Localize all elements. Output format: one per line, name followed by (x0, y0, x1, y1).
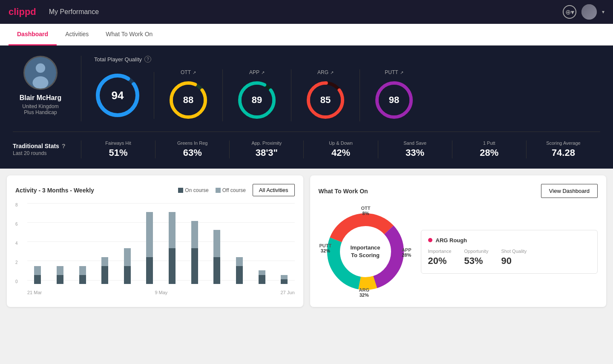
legend-on-label: On course (185, 187, 208, 193)
wtwo-panel-header: What To Work On View Dashboard (319, 184, 598, 198)
all-activities-button[interactable]: All Activities (253, 184, 295, 196)
view-dashboard-button[interactable]: View Dashboard (541, 184, 598, 198)
donut-center-line2: To Scoring (350, 252, 380, 259)
arg-circle: ARG ↗ 85 (291, 69, 360, 121)
tab-activities[interactable]: Activities (57, 24, 97, 46)
ott-seg-label: OTT 8% (361, 206, 371, 216)
x-axis-labels: 21 Mar 9 May 27 Jun (15, 290, 295, 295)
quality-circles: 94 OTT ↗ 88 (94, 69, 600, 121)
app-proximity-stat: App. Proximity 38'3" (229, 140, 303, 158)
bar-off-course (236, 257, 243, 266)
x-label-3: 27 Jun (280, 290, 294, 295)
y-label-0: 0 (15, 280, 18, 284)
avatar-dropdown-arrow: ▾ (602, 9, 604, 15)
legend-off-label: Off course (222, 187, 246, 193)
avatar-image (581, 4, 597, 20)
player-country: United Kingdom (22, 103, 58, 109)
activity-chart-header: Activity - 3 Months - Weekly On course O… (15, 184, 295, 196)
y-axis-labels: 0 2 4 6 8 (15, 203, 18, 284)
one-putt-value: 28% (480, 147, 498, 158)
bar-on-course (191, 248, 198, 284)
trad-stats-subtitle: Last 20 rounds (13, 150, 81, 156)
putt-label: PUTT ↗ (385, 69, 403, 75)
bar-group (207, 203, 227, 284)
main-quality-circle: 94 (94, 72, 154, 119)
app-label: APP ↗ (249, 69, 265, 75)
sand-save-stat: Sand Save 33% (378, 140, 452, 158)
putt-value: 98 (389, 95, 399, 106)
app-trend-icon: ↗ (261, 70, 265, 75)
y-label-8: 8 (15, 203, 18, 207)
donut-center: Importance To Scoring (350, 244, 380, 259)
bar-off-course (34, 266, 41, 275)
putt-seg-label: PUTT 32% (319, 243, 332, 253)
tab-dashboard[interactable]: Dashboard (9, 24, 57, 46)
wtwo-donut-area: Importance To Scoring OTT 8% APP 28% ARG (319, 205, 412, 298)
header-title: My Performance (49, 8, 563, 16)
bar-off-course (259, 270, 265, 275)
user-avatar-button[interactable] (581, 4, 597, 20)
opportunity-metric: Opportunity 53% (464, 249, 489, 267)
chart-content: 0 2 4 6 8 (15, 203, 295, 288)
arg-label: ARG ↗ (317, 69, 334, 75)
traditional-stats: Traditional Stats ? Last 20 rounds Fairw… (13, 132, 600, 158)
header: clippd My Performance ⊕ ▾ ▾ (0, 0, 613, 24)
detail-dot (428, 238, 432, 242)
bar-group (274, 203, 295, 284)
greens-in-reg-value: 63% (183, 147, 202, 158)
chart-header-right: On course Off course All Activities (178, 184, 294, 196)
trad-stats-label: Traditional Stats ? Last 20 rounds (13, 143, 81, 156)
bar-on-course (213, 257, 220, 284)
player-name: Blair McHarg (20, 94, 62, 102)
arg-value: 85 (320, 95, 331, 106)
putt-circle: PUTT ↗ 98 (360, 69, 428, 121)
wtwo-panel-title: What To Work On (319, 188, 368, 195)
add-button[interactable]: ⊕ ▾ (563, 5, 576, 19)
bar-on-course (169, 248, 176, 284)
quality-help-icon[interactable]: ? (144, 56, 151, 63)
what-to-work-on-panel: What To Work On View Dashboard (310, 175, 607, 307)
legend-off-course: Off course (216, 187, 246, 193)
bar-on-course (101, 266, 108, 284)
player-info: Blair McHarg United Kingdom Plus Handica… (13, 56, 81, 121)
opportunity-label: Opportunity (464, 249, 489, 254)
fairways-hit-stat: Fairways Hit 51% (81, 140, 155, 158)
shot-quality-value: 90 (501, 255, 527, 267)
bar-on-course (259, 275, 265, 284)
svg-point-2 (33, 76, 49, 89)
ott-trend-icon: ↗ (193, 70, 196, 75)
bar-group (95, 203, 115, 284)
bar-on-course (146, 257, 153, 284)
arg-trend-icon: ↗ (330, 70, 334, 75)
activity-chart-panel: Activity - 3 Months - Weekly On course O… (7, 175, 303, 307)
app-value: 89 (252, 95, 262, 106)
bar-on-course (34, 275, 41, 284)
y-label-6: 6 (15, 222, 18, 226)
shot-quality-label: Shot Quality (501, 249, 527, 254)
wtwo-content: Importance To Scoring OTT 8% APP 28% ARG (319, 205, 598, 298)
add-dropdown-arrow: ▾ (571, 8, 574, 16)
stats-banner: Blair McHarg United Kingdom Plus Handica… (0, 46, 613, 169)
player-handicap: Plus Handicap (24, 109, 57, 115)
bar-group (50, 203, 71, 284)
stats-top: Blair McHarg United Kingdom Plus Handica… (13, 56, 600, 121)
importance-value: 20% (428, 255, 452, 267)
sand-save-label: Sand Save (403, 140, 426, 146)
greens-in-reg-label: Greens In Reg (177, 140, 208, 146)
detail-metrics: Importance 20% Opportunity 53% Shot Qual… (428, 249, 591, 267)
plus-icon: ⊕ (565, 8, 571, 16)
tab-what-to-work-on[interactable]: What To Work On (97, 24, 161, 46)
shot-quality-metric: Shot Quality 90 (501, 249, 527, 267)
importance-label: Importance (428, 249, 452, 254)
up-and-down-label: Up & Down (329, 140, 353, 146)
bar-off-course (57, 266, 63, 275)
app-seg-label: APP 28% (402, 247, 412, 258)
trad-stats-title: Traditional Stats (13, 143, 59, 149)
up-and-down-value: 42% (331, 147, 350, 158)
svg-point-1 (36, 63, 45, 73)
trad-stats-help-icon[interactable]: ? (62, 143, 66, 149)
scoring-avg-stat: Scoring Average 74.28 (526, 140, 600, 158)
wtwo-detail: ARG Rough Importance 20% Opportunity 53%… (421, 205, 598, 298)
logo-text: clippd (9, 6, 36, 17)
bar-on-course (57, 275, 63, 284)
